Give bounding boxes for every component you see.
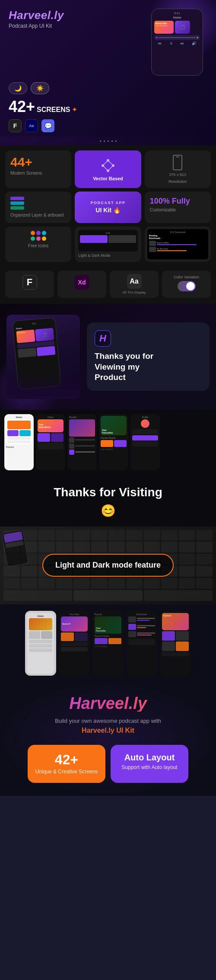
build-text: Build your own awesome podcast app with: [9, 718, 207, 724]
figma-icon: F: [9, 119, 22, 132]
downloads-screen-card: 9:41 Downloads PendingDownloads Reports …: [145, 227, 211, 262]
organized-layer-card: Organized Layer & artboard: [5, 192, 71, 223]
color-variation-card: Color Variation: [162, 271, 211, 298]
screenshots-section: H Home Podcast Home YourDaily Mixes: [0, 410, 216, 475]
resolution-label: Resolution: [168, 179, 187, 184]
section-branding: Harveel.ly Build your own awesome podcas…: [0, 682, 216, 796]
section-thanks-visiting: Thanks for Visiting 😊: [0, 475, 216, 527]
thanks-emoji: 😊: [9, 504, 207, 518]
phone-outline-icon: [173, 155, 182, 170]
vector-icon: [99, 157, 117, 174]
screenshot-phone-5: Profile: [130, 414, 160, 470]
vector-based-label: Vector Based: [93, 176, 123, 181]
light-mode-btn[interactable]: ☀️: [31, 82, 49, 94]
xd-tool-card: Xd: [57, 271, 106, 298]
resolution-text: 375 x 812: [169, 172, 187, 178]
header-phone-preview: 9:41 Home Stories Mix Your Daily Mixer 🎵: [151, 9, 207, 78]
keyboard-phone-small: [4, 531, 26, 565]
screenshot-phone-2: Home YourDaily Mixes: [36, 414, 65, 470]
sf-pro-label: SF Pro Display: [123, 290, 146, 294]
auto-layout-badge: Auto Layout Support with Auto layout: [111, 745, 188, 783]
dark-phone-screenshot-2: Popular YourFavourite Popular Playlist L…: [92, 611, 124, 676]
dark-phone-screenshot-1: Your Daily Space 9: [59, 611, 90, 676]
light-dark-label: Light and Dark mode feature: [55, 561, 161, 570]
bottom-badges: 42+ Unique & Creative Screens Auto Layou…: [9, 745, 207, 783]
harveel-logo-large: Harveel.ly: [9, 695, 207, 712]
discord-icon: 💬: [41, 119, 54, 132]
podcast-kit-label: UI Kit 🔥: [95, 207, 120, 214]
ae-icon: Ae: [25, 119, 38, 132]
customizable-card: 100% Fully Customizable: [145, 192, 211, 223]
screenshot-phone-3: Popular: [67, 414, 97, 470]
feature-grid: 44+ Modern Screens Vector Based 375 x 81…: [0, 145, 216, 267]
mode-toggles[interactable]: 🌙 ☀️: [9, 82, 207, 94]
modern-screens-label: Modern Screens: [10, 170, 66, 176]
dark-phone-screenshot-3: Downloads: [126, 611, 157, 676]
section-more-screenshots: Home Your Daily Space 9: [0, 604, 216, 682]
screenshot-phone-1: Home Podcast: [4, 414, 34, 470]
modern-screens-number: 44+: [10, 156, 66, 169]
svg-line-7: [108, 160, 113, 166]
free-icons-card: Free Icons: [5, 227, 71, 262]
sf-pro-card: Aa SF Pro Display: [110, 271, 159, 298]
screens-label: SCREENS: [37, 106, 70, 114]
vector-based-card: Vector Based: [75, 150, 141, 188]
auto-layout-label: Support with Auto layout: [118, 764, 181, 771]
section-thankyou: 9:41 Home Stories Mix 🎵 H Thanks you for…: [0, 304, 216, 410]
h-logo-icon: H: [95, 330, 111, 347]
auto-layout-title: Auto Layout: [118, 753, 181, 762]
svg-line-6: [108, 166, 113, 171]
figma-tool-card: F: [5, 271, 54, 298]
screens-number: 42+: [9, 98, 35, 116]
badge-number-42: 42+: [35, 753, 98, 766]
organized-layer-label: Organized Layer & artboard: [10, 212, 66, 218]
thankyou-card: H Thanks you forViewing myProduct: [87, 322, 210, 391]
badge-label-screens: Unique & Creative Screens: [35, 768, 98, 776]
unique-screens-badge: 42+ Unique & Creative Screens: [28, 745, 105, 783]
tool-row: F Xd Aa SF Pro Display Color Variation: [0, 267, 216, 304]
customizable-percent: 100% Fully: [150, 197, 206, 206]
toggle-switch[interactable]: [178, 281, 196, 291]
dark-mode-btn[interactable]: 🌙: [9, 82, 27, 94]
svg-line-4: [103, 160, 108, 166]
light-dark-badge: Light and Dark mode feature: [42, 554, 174, 577]
section-header: Harveel.ly Podcast App UI Kit 9:41 Home …: [0, 0, 216, 137]
figma-logo: F: [22, 275, 37, 290]
customizable-label: Customizable: [150, 207, 206, 212]
modern-screens-card: 44+ Modern Screens: [5, 150, 71, 188]
dark-mode-label: Light & Dark Mode: [78, 253, 137, 258]
podcast-eyebrow: PODCAST APP: [90, 201, 125, 205]
section-keyboard: Light and Dark mode feature: [0, 527, 216, 604]
svg-line-5: [103, 166, 108, 171]
podcast-app-card: PODCAST APP UI Kit 🔥: [75, 192, 141, 223]
sf-pro-logo: Aa: [127, 274, 142, 289]
free-icons-label: Free Icons: [28, 243, 48, 248]
xd-logo: Xd: [75, 275, 89, 290]
thanks-visiting-text: Thanks for Visiting: [9, 485, 207, 499]
light-phone-screenshot: Home: [25, 611, 56, 676]
resolution-card: 375 x 812 Resolution: [145, 150, 211, 188]
screens-count: 42+ SCREENS ✦: [9, 98, 207, 116]
thankyou-main-text: Thanks you forViewing myProduct: [95, 351, 202, 383]
free-icons-dots: [31, 231, 46, 241]
dark-phone-screenshot-4: Explore: [160, 611, 191, 676]
hand-phone-visual: 9:41 Home Stories Mix 🎵: [6, 315, 80, 399]
screenshot-phone-4: YourFavourites Popular Playlist Let's Ex…: [99, 414, 128, 470]
dark-mode-preview-card: 9:41 Light & Dark Mode: [75, 227, 141, 262]
color-variation-label: Color Variation: [174, 275, 199, 279]
brand-subtitle: Podcast App UI Kit: [9, 23, 64, 29]
kit-label: Harveel.ly UI Kit: [9, 727, 207, 734]
tool-icons-row: F Ae 💬: [9, 119, 207, 132]
layer-icon: [10, 197, 66, 210]
brand-name: Harveel.ly: [9, 9, 64, 22]
